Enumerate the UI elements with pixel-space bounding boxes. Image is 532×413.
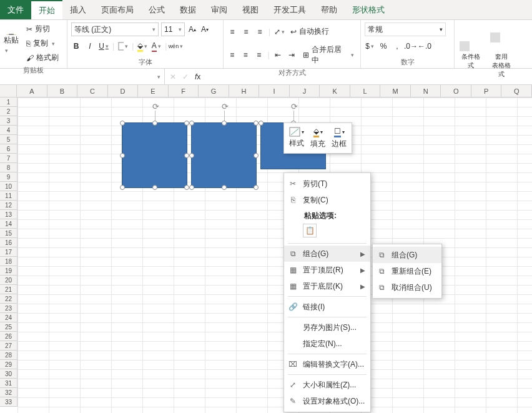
accounting-format-icon[interactable]: $	[365, 41, 375, 51]
ctx-send-to-back[interactable]: ▦置于底层(K)▶	[284, 278, 370, 294]
cut-button[interactable]: ✂剪切	[24, 22, 61, 36]
col-header[interactable]: J	[290, 85, 320, 97]
shape-rect-1[interactable]: ⟳	[122, 122, 187, 188]
row-header[interactable]: 18	[0, 257, 17, 266]
ctx-save-as-picture[interactable]: 另存为图片(S)...	[284, 319, 370, 336]
border-button[interactable]	[118, 41, 128, 51]
row-header[interactable]: 10	[0, 182, 17, 191]
row-header[interactable]: 22	[0, 294, 17, 304]
col-header[interactable]: A	[17, 85, 47, 97]
resize-handle[interactable]	[259, 121, 264, 126]
rotate-handle-icon[interactable]: ⟳	[220, 102, 229, 111]
col-header[interactable]: N	[411, 85, 441, 97]
col-header[interactable]: O	[441, 85, 471, 97]
orientation-icon[interactable]: ⤢	[274, 27, 284, 37]
tab-insert[interactable]: 插入	[62, 0, 94, 19]
align-center-icon[interactable]: ≡	[241, 50, 251, 60]
resize-handle[interactable]	[254, 121, 259, 126]
row-header[interactable]: 3	[0, 116, 17, 126]
decrease-decimal-icon[interactable]: ←.0	[420, 41, 430, 51]
tab-help[interactable]: 帮助	[313, 0, 345, 19]
increase-font-icon[interactable]: A▴	[187, 24, 197, 34]
name-box[interactable]: ▾	[0, 69, 165, 84]
col-header[interactable]: H	[229, 85, 260, 97]
font-name-select[interactable]: 等线 (正文)▾	[71, 22, 159, 36]
ctx-paste-option[interactable]: 📋	[284, 222, 370, 241]
row-header[interactable]: 8	[0, 163, 17, 172]
tab-shape-format[interactable]: 形状格式	[345, 0, 392, 19]
ctx-format-object[interactable]: ✎设置对象格式(O)...	[284, 393, 370, 409]
row-header[interactable]: 13	[0, 210, 17, 219]
rotate-handle-icon[interactable]: ⟳	[290, 102, 298, 111]
tab-review[interactable]: 审阅	[204, 0, 235, 19]
resize-handle[interactable]	[222, 185, 227, 190]
ctx-edit-alt-text[interactable]: ⌧编辑替换文字(A)...	[284, 356, 370, 372]
align-bottom-icon[interactable]: ≡	[255, 27, 265, 37]
merge-center-button[interactable]: ⊞合并后居中	[300, 43, 357, 67]
ctx-cut[interactable]: ✂剪切(T)	[284, 176, 370, 192]
row-header[interactable]: 23	[0, 304, 17, 313]
col-header[interactable]: M	[380, 85, 411, 97]
ctx-size-properties[interactable]: ⤢大小和属性(Z)...	[284, 377, 370, 393]
row-header[interactable]: 31	[0, 379, 17, 388]
italic-button[interactable]: I	[85, 41, 95, 51]
col-header[interactable]: F	[169, 85, 199, 97]
row-header[interactable]: 2	[0, 107, 17, 116]
fx-icon[interactable]: fx	[195, 72, 200, 81]
resize-handle[interactable]	[120, 153, 125, 158]
resize-handle[interactable]	[189, 121, 194, 126]
bold-button[interactable]: B	[71, 41, 81, 51]
resize-handle[interactable]	[184, 153, 189, 158]
paste-button[interactable]: 粘贴	[4, 33, 20, 54]
row-header[interactable]: 28	[0, 351, 17, 360]
shape-rect-2[interactable]: ⟳	[191, 122, 257, 188]
align-right-icon[interactable]: ≡	[254, 50, 264, 60]
fill-color-button[interactable]: ⬙	[137, 41, 147, 51]
rotate-handle-icon[interactable]: ⟳	[151, 102, 160, 111]
row-header[interactable]: 16	[0, 238, 17, 247]
ctx-group[interactable]: ⧉组合(G)▶	[284, 246, 370, 262]
row-header[interactable]: 5	[0, 135, 17, 144]
resize-handle[interactable]	[189, 185, 194, 190]
worksheet-grid[interactable]: A B C D E F G H I J K L M N O P Q 123456…	[0, 85, 532, 413]
row-header[interactable]: 33	[0, 397, 17, 407]
col-header[interactable]: D	[108, 85, 139, 97]
select-all-triangle[interactable]	[0, 85, 17, 97]
col-header[interactable]: L	[350, 85, 381, 97]
enter-formula-icon[interactable]: ✓	[182, 72, 189, 81]
ctx-copy[interactable]: ⎘复制(C)	[284, 192, 370, 208]
indent-decrease-icon[interactable]: ⇤	[273, 50, 283, 60]
percent-format-icon[interactable]: %	[378, 41, 388, 51]
mini-outline-button[interactable]: ☐▾ 边框	[332, 127, 347, 149]
tab-data[interactable]: 数据	[172, 0, 204, 19]
align-top-icon[interactable]: ≡	[227, 27, 237, 37]
col-header[interactable]: B	[47, 85, 78, 97]
row-header[interactable]: 11	[0, 191, 17, 201]
col-header[interactable]: E	[138, 85, 169, 97]
resize-handle[interactable]	[152, 121, 157, 126]
resize-handle[interactable]	[120, 185, 125, 190]
resize-handle[interactable]	[189, 153, 194, 158]
resize-handle[interactable]	[184, 185, 189, 190]
phonetic-button[interactable]: wén	[170, 41, 180, 51]
row-header[interactable]: 20	[0, 276, 17, 285]
cancel-formula-icon[interactable]: ✕	[170, 72, 176, 81]
format-painter-button[interactable]: 🖌格式刷	[24, 51, 61, 64]
tab-file[interactable]: 文件	[0, 0, 31, 19]
row-header[interactable]: 24	[0, 313, 17, 322]
resize-handle[interactable]	[222, 121, 227, 126]
row-header[interactable]: 15	[0, 229, 17, 238]
resize-handle[interactable]	[254, 153, 259, 158]
resize-handle[interactable]	[120, 121, 125, 126]
row-header[interactable]: 6	[0, 144, 17, 154]
row-header[interactable]: 29	[0, 360, 17, 369]
col-header[interactable]: G	[199, 85, 229, 97]
tab-developer[interactable]: 开发工具	[266, 0, 313, 19]
tab-page-layout[interactable]: 页面布局	[94, 0, 141, 19]
wrap-text-button[interactable]: ↩自动换行	[288, 25, 332, 38]
indent-increase-icon[interactable]: ⇥	[287, 50, 297, 60]
ctx-assign-macro[interactable]: 指定宏(N)...	[284, 336, 370, 352]
row-header[interactable]: 27	[0, 341, 17, 351]
row-header[interactable]: 32	[0, 388, 17, 397]
ctx-bring-to-front[interactable]: ▦置于顶层(R)▶	[284, 262, 370, 278]
